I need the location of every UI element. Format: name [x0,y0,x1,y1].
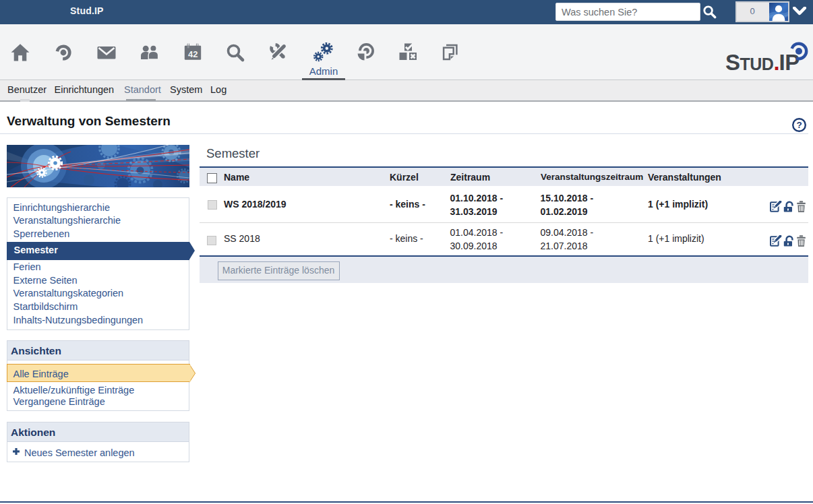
svg-text:42: 42 [188,49,198,59]
svg-text:?: ? [796,120,802,130]
